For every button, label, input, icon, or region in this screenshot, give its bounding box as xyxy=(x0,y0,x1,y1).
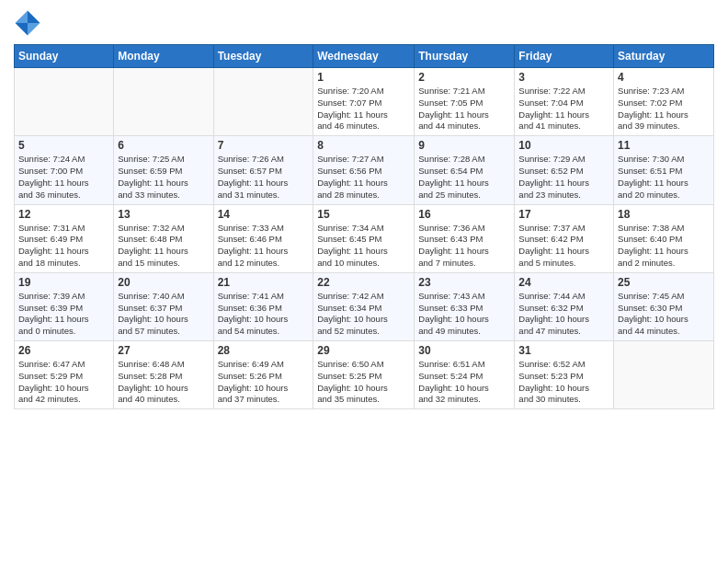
day-number: 24 xyxy=(518,276,609,289)
calendar-cell: 10Sunrise: 7:29 AM Sunset: 6:52 PM Dayli… xyxy=(515,136,614,204)
day-info: Sunrise: 7:44 AM Sunset: 6:32 PM Dayligh… xyxy=(518,291,609,338)
day-number: 26 xyxy=(18,344,109,357)
calendar-cell: 6Sunrise: 7:25 AM Sunset: 6:59 PM Daylig… xyxy=(114,136,213,204)
calendar-cell: 26Sunrise: 6:47 AM Sunset: 5:29 PM Dayli… xyxy=(15,341,114,409)
day-info: Sunrise: 7:39 AM Sunset: 6:39 PM Dayligh… xyxy=(18,291,109,338)
day-number: 28 xyxy=(218,344,310,357)
day-info: Sunrise: 7:32 AM Sunset: 6:48 PM Dayligh… xyxy=(118,223,209,270)
day-number: 13 xyxy=(118,208,209,221)
day-info: Sunrise: 7:41 AM Sunset: 6:36 PM Dayligh… xyxy=(218,291,310,338)
day-info: Sunrise: 6:50 AM Sunset: 5:25 PM Dayligh… xyxy=(317,359,410,406)
svg-marker-1 xyxy=(16,11,28,24)
calendar-cell: 31Sunrise: 6:52 AM Sunset: 5:23 PM Dayli… xyxy=(515,341,614,409)
calendar-cell: 8Sunrise: 7:27 AM Sunset: 6:56 PM Daylig… xyxy=(313,136,415,204)
day-number: 2 xyxy=(418,71,510,84)
day-info: Sunrise: 7:34 AM Sunset: 6:45 PM Dayligh… xyxy=(317,223,410,270)
logo xyxy=(14,9,45,37)
calendar-cell: 12Sunrise: 7:31 AM Sunset: 6:49 PM Dayli… xyxy=(15,204,114,272)
day-info: Sunrise: 7:23 AM Sunset: 7:02 PM Dayligh… xyxy=(618,86,710,132)
calendar-week-row: 1Sunrise: 7:20 AM Sunset: 7:07 PM Daylig… xyxy=(15,68,714,136)
day-info: Sunrise: 7:42 AM Sunset: 6:34 PM Dayligh… xyxy=(317,291,410,338)
day-number: 16 xyxy=(418,208,510,221)
calendar-cell: 19Sunrise: 7:39 AM Sunset: 6:39 PM Dayli… xyxy=(15,272,114,340)
calendar-cell: 4Sunrise: 7:23 AM Sunset: 7:02 PM Daylig… xyxy=(614,68,714,136)
day-number: 10 xyxy=(518,139,609,152)
day-number: 31 xyxy=(518,344,609,357)
calendar-header-saturday: Saturday xyxy=(614,45,714,68)
calendar-header-friday: Friday xyxy=(515,45,614,68)
calendar-cell xyxy=(213,68,313,136)
day-number: 1 xyxy=(317,71,410,84)
day-info: Sunrise: 7:26 AM Sunset: 6:57 PM Dayligh… xyxy=(218,154,310,201)
day-info: Sunrise: 7:40 AM Sunset: 6:37 PM Dayligh… xyxy=(118,291,209,338)
day-number: 11 xyxy=(618,139,710,152)
day-info: Sunrise: 7:25 AM Sunset: 6:59 PM Dayligh… xyxy=(118,154,209,201)
calendar-header-sunday: Sunday xyxy=(15,45,114,68)
day-info: Sunrise: 7:27 AM Sunset: 6:56 PM Dayligh… xyxy=(317,154,410,201)
calendar-cell: 22Sunrise: 7:42 AM Sunset: 6:34 PM Dayli… xyxy=(313,272,415,340)
day-info: Sunrise: 7:36 AM Sunset: 6:43 PM Dayligh… xyxy=(418,223,510,270)
svg-marker-0 xyxy=(28,11,40,24)
svg-marker-2 xyxy=(28,23,40,36)
calendar-cell xyxy=(614,341,714,409)
day-info: Sunrise: 7:45 AM Sunset: 6:30 PM Dayligh… xyxy=(618,291,710,338)
calendar-cell: 14Sunrise: 7:33 AM Sunset: 6:46 PM Dayli… xyxy=(213,204,313,272)
calendar-cell: 3Sunrise: 7:22 AM Sunset: 7:04 PM Daylig… xyxy=(515,68,614,136)
calendar: SundayMondayTuesdayWednesdayThursdayFrid… xyxy=(14,44,714,409)
calendar-cell: 17Sunrise: 7:37 AM Sunset: 6:42 PM Dayli… xyxy=(515,204,614,272)
day-number: 20 xyxy=(118,276,209,289)
calendar-cell: 16Sunrise: 7:36 AM Sunset: 6:43 PM Dayli… xyxy=(415,204,515,272)
calendar-cell: 11Sunrise: 7:30 AM Sunset: 6:51 PM Dayli… xyxy=(614,136,714,204)
calendar-cell: 28Sunrise: 6:49 AM Sunset: 5:26 PM Dayli… xyxy=(213,341,313,409)
calendar-cell: 20Sunrise: 7:40 AM Sunset: 6:37 PM Dayli… xyxy=(114,272,213,340)
day-number: 18 xyxy=(618,208,710,221)
day-info: Sunrise: 7:20 AM Sunset: 7:07 PM Dayligh… xyxy=(317,86,410,132)
day-number: 8 xyxy=(317,139,410,152)
calendar-week-row: 19Sunrise: 7:39 AM Sunset: 6:39 PM Dayli… xyxy=(15,272,714,340)
day-number: 23 xyxy=(418,276,510,289)
day-info: Sunrise: 7:38 AM Sunset: 6:40 PM Dayligh… xyxy=(618,223,710,270)
day-number: 29 xyxy=(317,344,410,357)
calendar-week-row: 12Sunrise: 7:31 AM Sunset: 6:49 PM Dayli… xyxy=(15,204,714,272)
calendar-cell: 23Sunrise: 7:43 AM Sunset: 6:33 PM Dayli… xyxy=(415,272,515,340)
calendar-cell: 1Sunrise: 7:20 AM Sunset: 7:07 PM Daylig… xyxy=(313,68,415,136)
calendar-cell: 18Sunrise: 7:38 AM Sunset: 6:40 PM Dayli… xyxy=(614,204,714,272)
calendar-header-thursday: Thursday xyxy=(415,45,515,68)
day-info: Sunrise: 6:49 AM Sunset: 5:26 PM Dayligh… xyxy=(218,359,310,406)
page: SundayMondayTuesdayWednesdayThursdayFrid… xyxy=(0,0,728,563)
day-number: 25 xyxy=(618,276,710,289)
calendar-cell: 2Sunrise: 7:21 AM Sunset: 7:05 PM Daylig… xyxy=(415,68,515,136)
day-number: 15 xyxy=(317,208,410,221)
calendar-header-wednesday: Wednesday xyxy=(313,45,415,68)
day-info: Sunrise: 7:21 AM Sunset: 7:05 PM Dayligh… xyxy=(418,86,510,132)
day-number: 27 xyxy=(118,344,209,357)
calendar-cell: 7Sunrise: 7:26 AM Sunset: 6:57 PM Daylig… xyxy=(213,136,313,204)
calendar-cell: 5Sunrise: 7:24 AM Sunset: 7:00 PM Daylig… xyxy=(15,136,114,204)
day-info: Sunrise: 7:30 AM Sunset: 6:51 PM Dayligh… xyxy=(618,154,710,201)
day-info: Sunrise: 7:22 AM Sunset: 7:04 PM Dayligh… xyxy=(518,86,609,132)
header xyxy=(14,9,714,37)
calendar-cell xyxy=(15,68,114,136)
day-number: 12 xyxy=(18,208,109,221)
day-info: Sunrise: 7:43 AM Sunset: 6:33 PM Dayligh… xyxy=(418,291,510,338)
day-info: Sunrise: 7:28 AM Sunset: 6:54 PM Dayligh… xyxy=(418,154,510,201)
calendar-cell: 27Sunrise: 6:48 AM Sunset: 5:28 PM Dayli… xyxy=(114,341,213,409)
day-info: Sunrise: 7:31 AM Sunset: 6:49 PM Dayligh… xyxy=(18,223,109,270)
calendar-cell: 21Sunrise: 7:41 AM Sunset: 6:36 PM Dayli… xyxy=(213,272,313,340)
calendar-week-row: 5Sunrise: 7:24 AM Sunset: 7:00 PM Daylig… xyxy=(15,136,714,204)
day-info: Sunrise: 7:29 AM Sunset: 6:52 PM Dayligh… xyxy=(518,154,609,201)
day-info: Sunrise: 6:48 AM Sunset: 5:28 PM Dayligh… xyxy=(118,359,209,406)
day-number: 4 xyxy=(618,71,710,84)
calendar-cell: 13Sunrise: 7:32 AM Sunset: 6:48 PM Dayli… xyxy=(114,204,213,272)
day-number: 19 xyxy=(18,276,109,289)
day-number: 7 xyxy=(218,139,310,152)
day-number: 30 xyxy=(418,344,510,357)
calendar-cell: 15Sunrise: 7:34 AM Sunset: 6:45 PM Dayli… xyxy=(313,204,415,272)
calendar-cell: 30Sunrise: 6:51 AM Sunset: 5:24 PM Dayli… xyxy=(415,341,515,409)
calendar-header-row: SundayMondayTuesdayWednesdayThursdayFrid… xyxy=(15,45,714,68)
day-info: Sunrise: 7:24 AM Sunset: 7:00 PM Dayligh… xyxy=(18,154,109,201)
day-info: Sunrise: 7:37 AM Sunset: 6:42 PM Dayligh… xyxy=(518,223,609,270)
calendar-week-row: 26Sunrise: 6:47 AM Sunset: 5:29 PM Dayli… xyxy=(15,341,714,409)
calendar-cell xyxy=(114,68,213,136)
day-number: 9 xyxy=(418,139,510,152)
